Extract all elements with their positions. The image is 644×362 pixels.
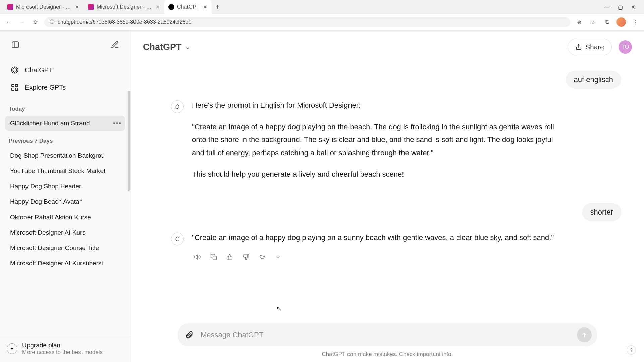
panel-icon: [11, 40, 20, 49]
user-turn: auf englisch: [171, 71, 624, 89]
tab-strip: Microsoft Designer - Stunning ✕ Microsof…: [0, 0, 644, 14]
chevron-down-button[interactable]: [274, 253, 282, 261]
message-input[interactable]: [201, 330, 572, 339]
new-tab-button[interactable]: +: [212, 3, 224, 11]
zoom-icon[interactable]: ⊕: [574, 17, 584, 27]
paperclip-icon: [185, 330, 194, 339]
compose-icon: [111, 40, 119, 49]
close-window-icon[interactable]: ✕: [631, 4, 635, 10]
history-item[interactable]: Dog Shop Presentation Backgrou: [5, 148, 125, 163]
user-turn: shorter: [171, 203, 624, 221]
chevron-down-icon: ⌄: [185, 43, 190, 51]
sidebar: ChatGPT Explore GPTs Today Glücklicher H…: [0, 31, 131, 362]
address-bar: ← → ⟳ ⓘ chatgpt.com/c/67038f68-385c-800e…: [0, 14, 644, 30]
extensions-icon[interactable]: ⧉: [602, 17, 612, 27]
svg-rect-6: [15, 88, 18, 90]
browser-chrome: Microsoft Designer - Stunning ✕ Microsof…: [0, 0, 644, 31]
site-info-icon[interactable]: ⓘ: [50, 19, 54, 25]
message-paragraph: "Create an image of a happy dog playing …: [192, 121, 561, 160]
main-header: ChatGPT ⌄ Share TO: [131, 31, 644, 63]
history-item[interactable]: Microsoft Designer Course Title: [5, 240, 125, 256]
history-item[interactable]: YouTube Thumbnail Stock Market: [5, 163, 125, 179]
menu-icon[interactable]: ⋮: [631, 17, 640, 27]
svg-rect-9: [213, 256, 217, 260]
history-item[interactable]: Microsoft Designer AI Kursübersi: [5, 256, 125, 271]
composer: [178, 323, 597, 346]
upgrade-plan[interactable]: ✦ Upgrade plan More access to the best m…: [0, 336, 130, 362]
profile-avatar[interactable]: [616, 17, 626, 27]
window-controls: — ▢ ✕: [604, 4, 641, 10]
designer-icon: [88, 4, 94, 10]
svg-rect-3: [12, 84, 14, 87]
disclaimer: ChatGPT can make mistakes. Check importa…: [131, 348, 644, 362]
model-picker[interactable]: ChatGPT ⌄: [143, 42, 190, 52]
new-chat-button[interactable]: [108, 37, 122, 52]
history-item[interactable]: Happy Dog Shop Header: [5, 179, 125, 194]
nav-label: ChatGPT: [25, 66, 53, 74]
upgrade-title: Upgrade plan: [22, 342, 103, 349]
assistant-message: Here's the prompt in English for Microso…: [192, 99, 561, 190]
svg-rect-0: [12, 42, 19, 47]
share-icon: [575, 44, 582, 50]
thumbs-down-button[interactable]: [241, 253, 250, 261]
chatgpt-logo-icon: [171, 233, 184, 245]
user-avatar[interactable]: TO: [619, 40, 632, 54]
sidebar-nav-explore[interactable]: Explore GPTs: [5, 79, 125, 96]
tab-title: Microsoft Designer - Stunning: [97, 4, 152, 10]
back-button[interactable]: ←: [4, 17, 13, 27]
share-button[interactable]: Share: [568, 39, 612, 55]
close-icon[interactable]: ✕: [155, 4, 160, 10]
toggle-sidebar-button[interactable]: [8, 37, 23, 52]
url-field[interactable]: ⓘ chatgpt.com/c/67038f68-385c-800e-8633-…: [44, 17, 570, 27]
assistant-message: "Create an image of a happy dog playing …: [192, 231, 554, 262]
close-icon[interactable]: ✕: [74, 4, 80, 10]
history-title: Glücklicher Hund am Strand: [10, 120, 90, 127]
user-message: shorter: [582, 203, 621, 221]
forward-button[interactable]: →: [17, 17, 27, 27]
minimize-icon[interactable]: —: [604, 4, 610, 10]
scrollbar[interactable]: [128, 91, 130, 191]
tab-title: Microsoft Designer - Stunning: [16, 4, 72, 10]
chatgpt-logo-icon: [171, 100, 184, 113]
designer-icon: [7, 4, 13, 10]
history-item[interactable]: Happy Dog Beach Avatar: [5, 194, 125, 209]
copy-button[interactable]: [209, 253, 218, 261]
svg-rect-4: [15, 84, 18, 87]
history-item[interactable]: Oktober Rabatt Aktion Kurse: [5, 209, 125, 225]
tab-title: ChatGPT: [177, 4, 200, 10]
more-icon[interactable]: •••: [113, 120, 122, 127]
assistant-turn: "Create an image of a happy dog playing …: [171, 231, 624, 262]
svg-rect-5: [12, 88, 14, 90]
section-prev7: Previous 7 Days: [5, 131, 125, 148]
history-scroll[interactable]: Today Glücklicher Hund am Strand ••• Pre…: [0, 99, 130, 336]
upgrade-subtitle: More access to the best models: [22, 349, 103, 356]
message-paragraph: Here's the prompt in English for Microso…: [192, 99, 561, 112]
close-icon[interactable]: ✕: [202, 4, 208, 10]
main: ChatGPT ⌄ Share TO auf englischHere's th…: [131, 31, 644, 362]
thumbs-up-button[interactable]: [225, 253, 234, 261]
assistant-turn: Here's the prompt in English for Microso…: [171, 99, 624, 190]
help-button[interactable]: ?: [627, 345, 636, 355]
url-text: chatgpt.com/c/67038f68-385c-800e-8633-2a…: [58, 19, 192, 25]
model-name: ChatGPT: [143, 42, 182, 52]
svg-marker-8: [195, 255, 197, 259]
browser-tab-0[interactable]: Microsoft Designer - Stunning ✕: [3, 0, 84, 14]
sidebar-nav-chatgpt[interactable]: ChatGPT: [5, 61, 125, 79]
maximize-icon[interactable]: ▢: [618, 4, 623, 10]
attach-button[interactable]: [183, 329, 195, 341]
app: ChatGPT Explore GPTs Today Glücklicher H…: [0, 31, 644, 362]
message-paragraph: "Create an image of a happy dog playing …: [192, 231, 554, 244]
history-item[interactable]: Glücklicher Hund am Strand •••: [5, 116, 125, 131]
grid-icon: [10, 83, 19, 92]
bookmark-icon[interactable]: ☆: [588, 17, 598, 27]
browser-tab-1[interactable]: Microsoft Designer - Stunning ✕: [84, 0, 164, 14]
browser-tab-2[interactable]: ChatGPT ✕: [164, 0, 212, 14]
regenerate-button[interactable]: [258, 253, 266, 261]
speaker-button[interactable]: [193, 253, 202, 261]
history-item[interactable]: Microsoft Designer AI Kurs: [5, 225, 125, 240]
conversation[interactable]: auf englischHere's the prompt in English…: [131, 63, 644, 320]
send-button[interactable]: [577, 327, 592, 342]
reload-button[interactable]: ⟳: [31, 17, 40, 27]
message-actions: [192, 253, 554, 261]
section-today: Today: [5, 99, 125, 116]
